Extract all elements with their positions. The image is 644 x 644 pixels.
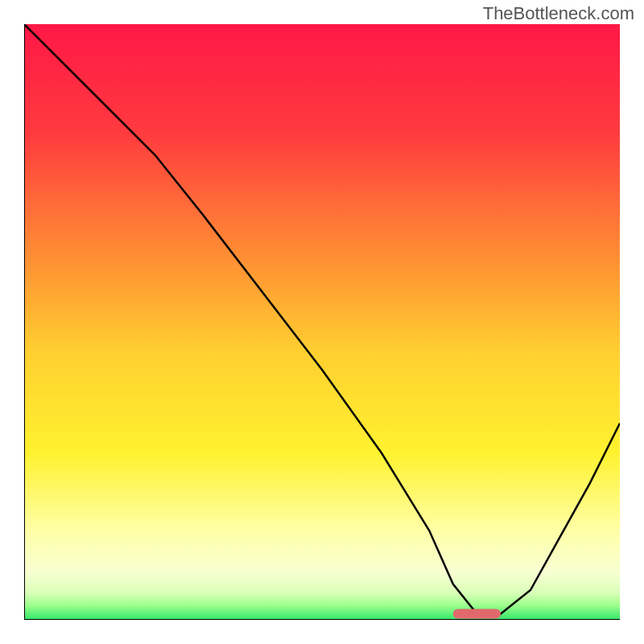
chart-svg xyxy=(24,24,620,620)
watermark-text: TheBottleneck.com xyxy=(483,3,634,24)
optimal-range-marker xyxy=(453,609,501,619)
chart-plot-area xyxy=(24,24,620,620)
